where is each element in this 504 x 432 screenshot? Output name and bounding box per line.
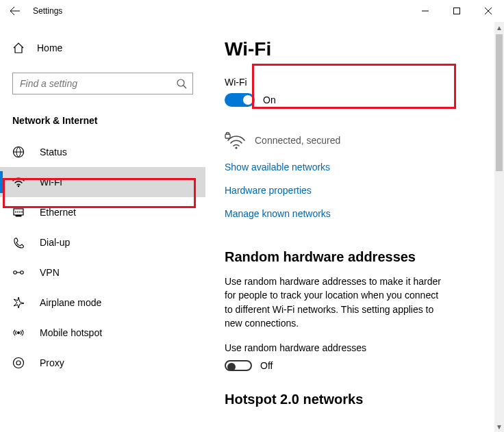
maximize-icon — [453, 8, 460, 14]
svg-point-8 — [14, 358, 24, 368]
link-hardware-properties[interactable]: Hardware properties — [225, 185, 479, 196]
sidebar-item-label: Dial-up — [40, 237, 70, 248]
sidebar-item-wifi[interactable]: Wi-Fi — [0, 167, 205, 197]
minimize-button[interactable] — [410, 0, 441, 22]
sidebar-item-vpn[interactable]: VPN — [0, 257, 205, 288]
close-button[interactable] — [473, 0, 504, 22]
category-heading: Network & Internet — [12, 115, 205, 126]
home-icon — [12, 42, 25, 54]
dialup-icon — [12, 236, 25, 249]
svg-point-1 — [177, 79, 184, 86]
random-hw-toggle-label: Use random hardware addresses — [225, 342, 479, 353]
svg-point-7 — [17, 331, 20, 334]
search-input[interactable] — [18, 77, 176, 90]
sidebar-item-hotspot[interactable]: Mobile hotspot — [0, 318, 205, 348]
page-title: Wi-Fi — [225, 38, 479, 60]
content-pane: Wi-Fi Wi-Fi On Connected, secured Show a… — [205, 22, 504, 432]
svg-rect-11 — [225, 134, 230, 138]
back-button[interactable] — [0, 0, 30, 22]
sidebar-item-label: VPN — [40, 267, 60, 278]
svg-point-5 — [14, 271, 16, 274]
wifi-toggle-label: Wi-Fi — [225, 77, 430, 88]
svg-point-3 — [18, 186, 19, 187]
svg-point-10 — [235, 147, 237, 149]
proxy-icon — [12, 357, 25, 369]
close-icon — [485, 8, 492, 14]
search-box[interactable] — [12, 73, 193, 94]
vpn-icon — [12, 266, 25, 279]
svg-rect-0 — [454, 8, 460, 14]
random-hw-toggle-state: Off — [260, 360, 273, 371]
sidebar-item-label: Ethernet — [40, 207, 76, 218]
sidebar-item-dialup[interactable]: Dial-up — [0, 227, 205, 257]
wifi-secured-icon — [225, 131, 245, 149]
svg-point-9 — [16, 361, 21, 365]
sidebar: Home Network & Internet Status Wi-Fi — [0, 22, 205, 432]
minimize-icon — [422, 8, 429, 14]
scroll-down-arrow-icon[interactable]: ▼ — [494, 421, 504, 432]
hotspot-heading: Hotspot 2.0 networks — [225, 392, 479, 407]
sidebar-item-label: Proxy — [40, 357, 64, 368]
maximize-button[interactable] — [441, 0, 473, 22]
hotspot-icon — [12, 327, 25, 339]
sidebar-item-ethernet[interactable]: Ethernet — [0, 197, 205, 227]
sidebar-item-label: Status — [40, 147, 67, 157]
sidebar-item-status[interactable]: Status — [0, 137, 205, 167]
current-network-row[interactable]: Connected, secured — [225, 131, 479, 149]
home-button[interactable]: Home — [0, 34, 205, 62]
svg-point-6 — [21, 271, 23, 274]
sidebar-item-airplane[interactable]: Airplane mode — [0, 288, 205, 318]
random-hw-toggle[interactable] — [225, 360, 252, 371]
sidebar-item-proxy[interactable]: Proxy — [0, 348, 205, 378]
back-arrow-icon — [10, 5, 21, 16]
scrollbar-track[interactable]: ▲ ▼ — [494, 22, 504, 432]
link-show-networks[interactable]: Show available networks — [225, 162, 479, 173]
scroll-up-arrow-icon[interactable]: ▲ — [494, 22, 504, 33]
scrollbar-thumb[interactable] — [496, 34, 503, 171]
window-title: Settings — [30, 6, 410, 16]
connection-status: Connected, secured — [255, 135, 340, 146]
search-icon — [176, 78, 187, 89]
sidebar-item-label: Mobile hotspot — [40, 327, 102, 338]
random-hw-heading: Random hardware addresses — [225, 249, 479, 265]
sidebar-item-label: Airplane mode — [40, 297, 101, 308]
airplane-icon — [12, 296, 25, 309]
wifi-toggle-state: On — [263, 94, 276, 105]
link-manage-known-networks[interactable]: Manage known networks — [225, 208, 479, 219]
wifi-icon — [12, 176, 25, 188]
ethernet-icon — [12, 206, 25, 218]
wifi-toggle-group: Wi-Fi On — [225, 77, 430, 107]
random-hw-body: Use random hardware addresses to make it… — [225, 275, 444, 330]
wifi-toggle[interactable] — [225, 93, 255, 107]
status-icon — [12, 146, 25, 158]
sidebar-item-label: Wi-Fi — [40, 177, 62, 188]
home-label: Home — [37, 42, 62, 53]
